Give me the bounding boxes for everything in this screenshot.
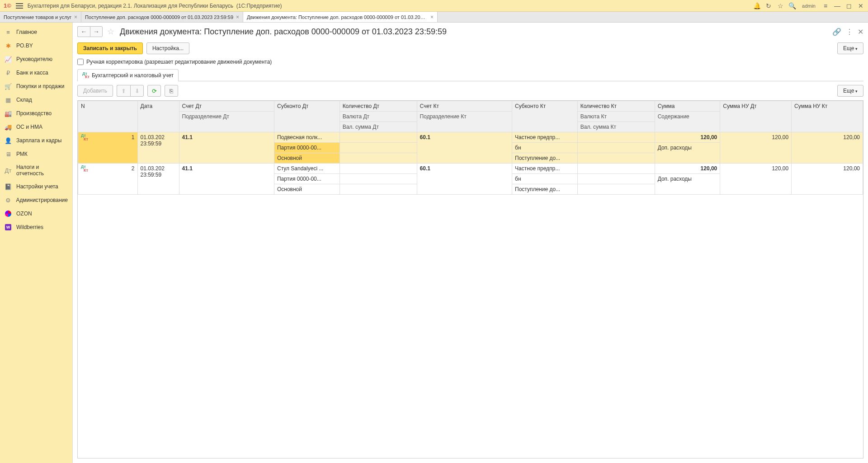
doc-tab-accounting[interactable]: ДтКт Бухгалтерский и налоговый учет [77, 69, 179, 81]
settings-icon[interactable]: ≡ [822, 2, 829, 9]
col-dep-dt[interactable]: Подразделение Дт [179, 112, 274, 132]
nav-back-button[interactable]: ← [77, 26, 90, 37]
col-content[interactable]: Содержание [655, 112, 720, 132]
sidebar: ≡Главное✱PO.BY📈Руководителю₽Банк и касса… [0, 23, 72, 463]
sidebar-item-11[interactable]: 📓Настройки учета [0, 180, 72, 193]
maximize-icon[interactable]: ◻ [845, 2, 853, 9]
close-page-icon[interactable]: ✕ [858, 28, 863, 36]
close-window-icon[interactable]: ✕ [857, 2, 864, 9]
col-val-kt[interactable]: Вал. сумма Кт [577, 122, 655, 132]
sidebar-item-14[interactable]: WWildberries [0, 220, 72, 234]
table-row[interactable]: ДтКт101.03.20223:59:5941.1Подвесная полк… [78, 132, 863, 143]
link-icon[interactable]: 🔗 [832, 28, 841, 36]
page-header: ← → ☆ Движения документа: Поступление до… [73, 23, 868, 41]
sidebar-item-0[interactable]: ≡Главное [0, 25, 72, 39]
col-cur-kt[interactable]: Валюта Кт [577, 112, 655, 122]
refresh-button[interactable]: ⟳ [147, 85, 161, 97]
kebab-icon[interactable]: ⋮ [846, 28, 853, 36]
menu-icon[interactable] [16, 3, 23, 9]
tab-2[interactable]: Движения документа: Поступление доп. рас… [243, 12, 438, 22]
star-icon[interactable]: ☆ [777, 2, 784, 9]
col-qty-dt[interactable]: Количество Дт [340, 101, 417, 112]
cell-sum: 120,00 [655, 132, 720, 143]
move-up-button[interactable]: ⬆ [117, 85, 130, 97]
sidebar-item-12[interactable]: ⚙Администрирование [0, 193, 72, 207]
col-sum[interactable]: Сумма [655, 101, 720, 112]
cell-sub-dt: Основной [274, 184, 340, 195]
cell-sub-dt: Основной [274, 153, 340, 164]
app-logo: 1© [4, 2, 11, 9]
sidebar-item-4[interactable]: 🛒Покупки и продажи [0, 80, 72, 93]
add-button[interactable]: Добавить [77, 85, 113, 97]
cell-acct-kt: 60.1 [417, 132, 512, 164]
close-icon[interactable]: × [74, 14, 77, 20]
col-date[interactable]: Дата [137, 101, 179, 132]
col-nu-dt[interactable]: Сумма НУ Дт [720, 101, 792, 132]
history-icon[interactable]: ↻ [765, 2, 772, 9]
sidebar-item-7[interactable]: 🚚ОС и НМА [0, 120, 72, 134]
col-qty-kt[interactable]: Количество Кт [577, 101, 655, 112]
col-acct-dt[interactable]: Счет Дт [179, 101, 274, 112]
col-dep-kt[interactable]: Подразделение Кт [417, 112, 512, 132]
minimize-icon[interactable]: — [834, 2, 841, 9]
close-icon[interactable]: × [236, 14, 239, 20]
sidebar-item-6[interactable]: 🏭Производство [0, 107, 72, 120]
sidebar-item-13[interactable]: OZON [0, 207, 72, 220]
sidebar-item-3[interactable]: ₽Банк и касса [0, 66, 72, 80]
cell-content: Доп. расходы [655, 143, 720, 164]
tab-0[interactable]: Поступление товаров и услуг× [0, 12, 81, 22]
col-sub-dt[interactable]: Субконто Дт [274, 101, 340, 132]
favorite-star-icon[interactable]: ☆ [107, 27, 114, 37]
dtkt-icon: ДтКт [81, 134, 88, 140]
save-close-button[interactable]: Записать и закрыть [77, 42, 143, 54]
nav-forward-button[interactable]: → [90, 26, 103, 37]
col-sub-kt[interactable]: Субконто Кт [512, 101, 578, 132]
col-val-dt[interactable]: Вал. сумма Дт [340, 122, 417, 132]
cell-acct-dt: 41.1 [179, 164, 274, 195]
table-row[interactable]: ДтКт201.03.20223:59:5941.1Стул Sandalyec… [78, 164, 863, 174]
sidebar-item-5[interactable]: ▦Склад [0, 93, 72, 107]
cell-cur-kt [577, 174, 655, 184]
col-nu-kt[interactable]: Сумма НУ Кт [792, 101, 863, 132]
sidebar-label: OZON [16, 210, 32, 217]
close-icon[interactable]: × [430, 14, 434, 20]
search-icon[interactable]: 🔍 [788, 2, 796, 9]
sidebar-icon: 👤 [5, 137, 12, 144]
cell-nu-dt: 120,00 [720, 164, 792, 195]
dtkt-icon: ДтКт [82, 72, 90, 79]
cell-val-dt [340, 153, 417, 164]
move-down-button[interactable]: ⬇ [130, 85, 144, 97]
cell-val-kt [577, 184, 655, 195]
sidebar-item-1[interactable]: ✱PO.BY [0, 39, 72, 52]
export-button[interactable]: ⎘ [165, 85, 178, 97]
cell-sub-dt: Партия 0000-00... [274, 143, 340, 153]
cell-qty-kt [577, 164, 655, 174]
col-cur-dt[interactable]: Валюта Дт [340, 112, 417, 122]
table-toolbar: Добавить ⬆ ⬇ ⟳ ⎘ Еще [73, 81, 868, 100]
cell-nu-kt: 120,00 [792, 132, 863, 164]
manual-edit-checkbox[interactable] [77, 59, 84, 65]
sidebar-item-9[interactable]: 🖥РМК [0, 147, 72, 161]
cell-sub-kt: Частное предпр... [512, 132, 578, 143]
sidebar-item-8[interactable]: 👤Зарплата и кадры [0, 134, 72, 147]
user-label[interactable]: admin [802, 3, 816, 9]
tab-1[interactable]: Поступление доп. расходов 0000-000009 от… [81, 12, 243, 22]
bell-icon[interactable]: 🔔 [753, 2, 760, 9]
col-acct-kt[interactable]: Счет Кт [417, 101, 512, 112]
settings-button[interactable]: Настройка... [146, 42, 189, 54]
table-more-button[interactable]: Еще [837, 85, 863, 97]
sidebar-icon: 🛒 [5, 83, 12, 90]
ozon-icon [5, 210, 12, 217]
col-n[interactable]: N [78, 101, 138, 132]
sidebar-label: Банк и касса [16, 70, 48, 76]
sidebar-icon: ▦ [5, 96, 12, 103]
cell-sub-kt: Частное предпр... [512, 164, 578, 174]
cell-sub-kt: Поступление до... [512, 153, 578, 164]
more-button[interactable]: Еще [837, 42, 863, 54]
sidebar-item-2[interactable]: 📈Руководителю [0, 52, 72, 66]
sidebar-item-10[interactable]: ДтНалоги и отчетность [0, 161, 72, 180]
titlebar: 1© Бухгалтерия для Беларуси, редакция 2.… [0, 0, 868, 12]
cell-cur-dt [340, 143, 417, 153]
cell-n: ДтКт2 [78, 164, 138, 195]
dtkt-icon: ДтКт [81, 165, 88, 172]
